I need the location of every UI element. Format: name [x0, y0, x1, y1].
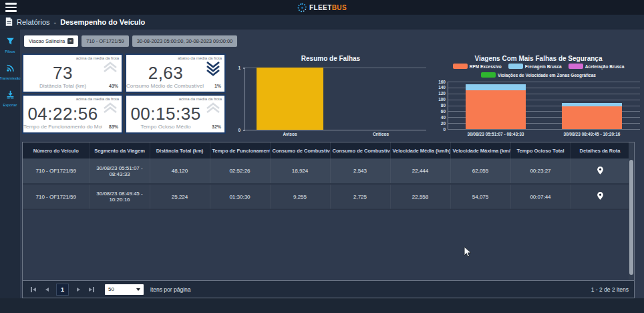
- y-axis-tick: 20: [435, 121, 446, 126]
- table-column-header[interactable]: Velocidade Máxima (km/h): [450, 142, 510, 159]
- next-page-button[interactable]: [73, 284, 84, 295]
- chip-remove-icon[interactable]: ×: [67, 38, 73, 44]
- table-column-header[interactable]: Distância Total (km): [150, 142, 210, 159]
- chevron-down-icon: [136, 288, 140, 291]
- chart-viagens-falhas-seguranca: Viagens Com Mais Falhas de SegurançaRPM …: [433, 55, 644, 139]
- y-axis-tick: 40: [435, 115, 446, 120]
- filter-chip[interactable]: Viacao Salineira×: [24, 35, 78, 47]
- previous-page-icon: [45, 288, 49, 292]
- sidebar-item-transmissao[interactable]: Transmissão: [0, 63, 20, 80]
- table-column-header[interactable]: Consumo de Combustível ...: [330, 142, 390, 159]
- table-cell: 00:23:27: [510, 159, 571, 184]
- stacked-bar-segment: [466, 84, 526, 90]
- kpi-fleet-note: abaixo da média da frota: [178, 56, 222, 60]
- y-axis-tick: 1: [230, 66, 240, 70]
- kpi-card: acima da média da frota04:22:56Tempo de …: [22, 94, 123, 134]
- trend-chevrons-icon: [103, 105, 118, 113]
- table-cell: 710 - OF1721/59: [23, 184, 90, 209]
- kpi-label: Tempo de Funcionamento do Motor: [23, 124, 102, 130]
- y-axis-tick: 0: [230, 128, 240, 132]
- table-cell: 30/08/23 05:51:07 - 08:43:33: [90, 159, 150, 184]
- kpi-value: 2,63: [126, 63, 205, 84]
- chart-resumo-de-falhas: Resumo de Falhas01AvisosCríticos: [231, 55, 430, 136]
- pagination-summary: 1 - 2 de 2 itens: [591, 286, 629, 293]
- table-cell: 62,055: [450, 159, 510, 184]
- first-page-button[interactable]: [28, 284, 39, 295]
- last-page-icon: [89, 288, 92, 292]
- y-axis-tick: 60: [435, 109, 446, 114]
- table-cell: 22,558: [390, 184, 450, 209]
- pagination-bar: 1 50 itens por página 1 - 2 de 2 itens: [23, 280, 634, 298]
- table-scrollbar-thumb[interactable]: [629, 160, 633, 275]
- kpi-fleet-note: acima da média da frota: [76, 97, 119, 101]
- table-cell: 00:07:44: [510, 184, 571, 209]
- table-scrollbar[interactable]: [629, 142, 634, 281]
- table-column-header[interactable]: Tempo Ocioso Total: [510, 142, 571, 159]
- kpi-percent: 32%: [212, 124, 221, 129]
- first-page-icon: [33, 288, 36, 292]
- breadcrumb-section[interactable]: Relatórios: [17, 18, 50, 26]
- table-column-header[interactable]: Detalhes da Rota: [571, 142, 629, 159]
- page-size-select[interactable]: 50: [105, 284, 144, 295]
- kpi-card: abaixo da média da frota2,63Consumo Médi…: [125, 54, 226, 93]
- logo-text-bus: BUS: [332, 4, 347, 11]
- logo-dots-icon: [297, 3, 307, 13]
- sidebar-item-label: Exportar: [3, 103, 17, 107]
- table-column-header[interactable]: Tempo de Funcionamento ...: [210, 142, 270, 159]
- kpi-percent: 1%: [214, 84, 221, 88]
- breadcrumb-separator: -: [54, 18, 57, 26]
- sidebar-item-filtros[interactable]: Filtros: [0, 36, 20, 54]
- filter-chip[interactable]: 710 - OF1721/59: [82, 35, 129, 47]
- table-cell: 18,924: [270, 159, 330, 184]
- hamburger-menu-icon[interactable]: [0, 0, 20, 15]
- route-details-cell: [571, 184, 629, 209]
- map-pin-icon[interactable]: [597, 171, 604, 177]
- table-cell: 01:30:30: [210, 184, 270, 209]
- page-size-value: 50: [108, 286, 114, 292]
- kpi-percent: 83%: [109, 124, 118, 129]
- table-cell: 9,255: [270, 184, 330, 209]
- sidebar-item-label: Filtros: [5, 49, 15, 54]
- kpi-card: acima da média da frota73Distância Total…: [22, 54, 123, 93]
- download-icon: [6, 90, 15, 102]
- table-row[interactable]: 710 - OF1721/5930/08/23 05:51:07 - 08:43…: [23, 159, 629, 184]
- x-axis-label: Avisos: [257, 132, 323, 136]
- table-row[interactable]: 710 - OF1721/5930/08/23 08:49:45 - 10:20…: [23, 184, 629, 209]
- table-cell: 54,075: [450, 184, 510, 209]
- page-header: Relatórios - Desempenho do Veículo: [0, 15, 644, 29]
- kpi-percent: 43%: [109, 84, 118, 88]
- trend-chevrons-icon: [103, 64, 118, 72]
- page-root: FLEETBUS Relatórios - Desempenho do Veíc…: [0, 0, 644, 313]
- table-cell: 2,543: [330, 159, 390, 184]
- table-cell: 2,725: [330, 184, 390, 209]
- table-header-row: Número do VeículoSegmento da ViagemDistâ…: [23, 142, 629, 159]
- last-page-button[interactable]: [86, 284, 97, 295]
- table-cell: 30/08/23 08:49:45 - 10:20:16: [90, 184, 150, 209]
- filter-chips-row: Viacao Salineira×710 - OF1721/5930-08-20…: [24, 35, 237, 47]
- filter-chip[interactable]: 30-08-2023 05:00:00, 30-08-2023 09:00:00: [132, 35, 237, 47]
- table-column-header[interactable]: Segmento da Viagem: [90, 142, 150, 159]
- kpi-label: Tempo Ocioso Médio: [126, 124, 205, 130]
- kpi-value: 73: [23, 63, 102, 84]
- table-column-header[interactable]: Consumo de Combustível ...: [270, 142, 330, 159]
- table-cell: 710 - OF1721/59: [23, 159, 90, 184]
- y-axis-tick: 100: [435, 97, 446, 102]
- stacked-bar-segment: [562, 103, 622, 106]
- kpi-value: 00:15:35: [126, 104, 205, 124]
- previous-page-button[interactable]: [41, 284, 52, 295]
- kpi-fleet-note: acima da média da frota: [179, 97, 222, 101]
- y-axis-tick: 160: [435, 80, 446, 84]
- items-per-page-label: itens por página: [150, 286, 191, 293]
- map-pin-icon[interactable]: [597, 196, 604, 202]
- bar-avisos: [257, 68, 324, 130]
- table-column-header[interactable]: Número do Veículo: [23, 142, 90, 159]
- sidebar-item-exportar[interactable]: Exportar: [0, 90, 20, 107]
- kpi-label: Distância Total (km): [23, 83, 102, 89]
- table-column-header[interactable]: Velocidade Média (km/h): [390, 142, 450, 159]
- filter-chip-label: 30-08-2023 05:00:00, 30-08-2023 09:00:00: [137, 38, 232, 44]
- x-axis-label: 30/08/23 05:51:07 - 08:43:33: [449, 132, 542, 136]
- current-page-button[interactable]: 1: [56, 284, 69, 296]
- filter-chip-label: Viacao Salineira: [29, 38, 65, 44]
- page-title: Desempenho do Veículo: [60, 18, 145, 26]
- table-cell: 48,120: [150, 159, 210, 184]
